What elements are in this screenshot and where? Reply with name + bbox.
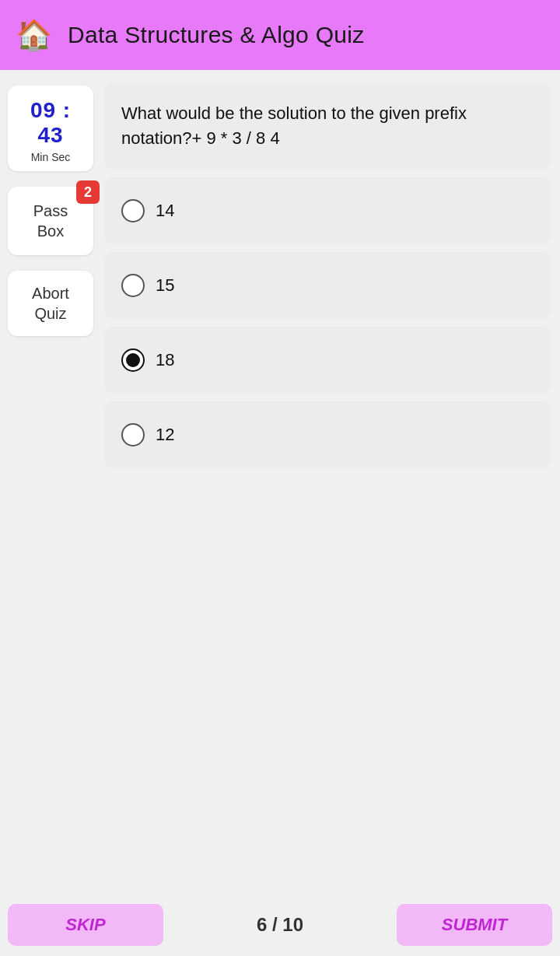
option-label-3: 18 bbox=[156, 350, 174, 370]
abort-quiz-button[interactable]: AbortQuiz bbox=[8, 271, 93, 336]
radio-selected-indicator bbox=[126, 353, 140, 367]
option-label-1: 14 bbox=[156, 201, 174, 221]
radio-option-2[interactable] bbox=[121, 274, 145, 297]
header: 🏠 Data Structures & Algo Quiz bbox=[0, 0, 560, 70]
pass-box-wrapper: PassBox 2 bbox=[8, 187, 93, 255]
option-card-4[interactable]: 12 bbox=[104, 401, 551, 468]
option-card-2[interactable]: 15 bbox=[104, 252, 551, 319]
question-text: What would be the solution to the given … bbox=[121, 103, 467, 148]
footer: SKIP 6 / 10 SUBMIT bbox=[0, 894, 560, 956]
pass-box-badge: 2 bbox=[76, 180, 100, 204]
option-card-1[interactable]: 14 bbox=[104, 177, 551, 244]
sidebar: 09 : 43 Min Sec PassBox 2 AbortQuiz bbox=[0, 70, 101, 894]
radio-option-1[interactable] bbox=[121, 199, 145, 222]
timer-box: 09 : 43 Min Sec bbox=[8, 86, 93, 171]
timer-label: Min Sec bbox=[16, 151, 86, 163]
radio-option-4[interactable] bbox=[121, 423, 145, 446]
main-layout: 09 : 43 Min Sec PassBox 2 AbortQuiz What… bbox=[0, 70, 560, 894]
question-content: What would be the solution to the given … bbox=[101, 70, 560, 894]
timer-value: 09 : 43 bbox=[16, 98, 86, 148]
option-label-4: 12 bbox=[156, 425, 174, 445]
submit-button[interactable]: SUBMIT bbox=[397, 904, 552, 946]
progress-indicator: 6 / 10 bbox=[163, 914, 397, 936]
quiz-title: Data Structures & Algo Quiz bbox=[68, 22, 365, 48]
home-icon[interactable]: 🏠 bbox=[16, 18, 52, 52]
option-label-2: 15 bbox=[156, 275, 174, 296]
radio-option-3[interactable] bbox=[121, 348, 145, 372]
question-card: What would be the solution to the given … bbox=[104, 82, 551, 170]
skip-button[interactable]: SKIP bbox=[8, 904, 163, 946]
option-card-3[interactable]: 18 bbox=[104, 327, 551, 394]
